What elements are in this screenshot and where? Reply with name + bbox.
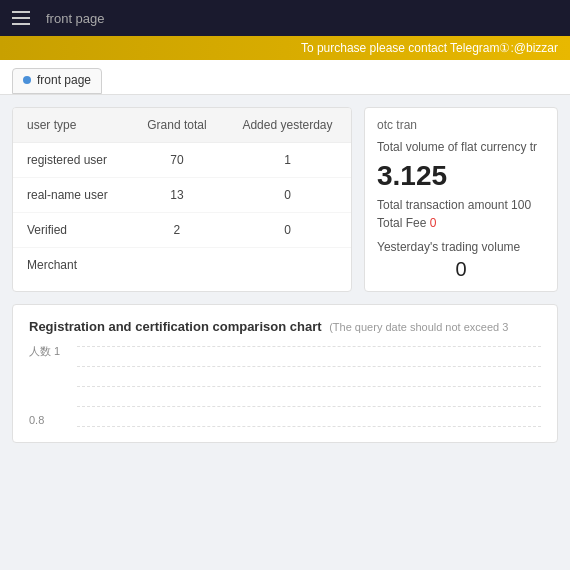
- chart-area: 人数 1 0.8: [29, 346, 541, 426]
- otc-yesterday-value: 0: [377, 258, 545, 281]
- table-row: Merchant: [13, 248, 351, 283]
- chart-subtitle: (The query date should not exceed 3: [329, 321, 508, 333]
- col-grand-total: Grand total: [130, 108, 224, 143]
- gridline-2: [77, 366, 541, 367]
- user-table: user type Grand total Added yesterday re…: [13, 108, 351, 282]
- cell-added-yesterday: [224, 248, 351, 283]
- gridline-1: [77, 346, 541, 347]
- hamburger-menu[interactable]: [12, 11, 30, 25]
- user-table-card: user type Grand total Added yesterday re…: [12, 107, 352, 292]
- cell-grand-total: 2: [130, 213, 224, 248]
- col-user-type: user type: [13, 108, 130, 143]
- chart-y-label-2: 0.8: [29, 415, 60, 426]
- otc-transaction-amount: Total transaction amount 100: [377, 198, 545, 212]
- cell-added-yesterday: 0: [224, 178, 351, 213]
- cell-added-yesterday: 1: [224, 143, 351, 178]
- chart-title: Registration and certification compariso…: [29, 319, 541, 334]
- gridline-4: [77, 406, 541, 407]
- cell-grand-total: 13: [130, 178, 224, 213]
- tab-label: front page: [37, 73, 91, 87]
- tab-dot: [23, 76, 31, 84]
- otc-title: otc tran: [377, 118, 545, 132]
- cell-user-type: real-name user: [13, 178, 130, 213]
- tab-front-page[interactable]: front page: [12, 68, 102, 94]
- cell-user-type: Verified: [13, 213, 130, 248]
- col-added-yesterday: Added yesterday: [224, 108, 351, 143]
- topbar: front page: [0, 0, 570, 36]
- cell-user-type: registered user: [13, 143, 130, 178]
- gridline-5: [77, 426, 541, 427]
- cell-grand-total: 70: [130, 143, 224, 178]
- cell-grand-total: [130, 248, 224, 283]
- table-row: registered user701: [13, 143, 351, 178]
- table-header-row: user type Grand total Added yesterday: [13, 108, 351, 143]
- chart-y-labels: 人数 1 0.8: [29, 346, 60, 426]
- topbar-title: front page: [46, 11, 105, 26]
- otc-card: otc tran Total volume of flat currency t…: [364, 107, 558, 292]
- otc-fee: Total Fee 0: [377, 216, 545, 230]
- gridline-3: [77, 386, 541, 387]
- chart-card: Registration and certification compariso…: [12, 304, 558, 443]
- cell-added-yesterday: 0: [224, 213, 351, 248]
- chart-plot: [77, 346, 541, 426]
- chart-y-label-1: 人数 1: [29, 346, 60, 357]
- main-content: user type Grand total Added yesterday re…: [0, 95, 570, 304]
- table-row: real-name user130: [13, 178, 351, 213]
- tab-row: front page: [0, 60, 570, 95]
- promo-banner: To purchase please contact Telegram①:@bi…: [0, 36, 570, 60]
- otc-yesterday-label: Yesterday's trading volume: [377, 240, 545, 254]
- table-row: Verified20: [13, 213, 351, 248]
- otc-volume-label: Total volume of flat currency tr: [377, 140, 545, 154]
- cell-user-type: Merchant: [13, 248, 130, 283]
- otc-volume-value: 3.125: [377, 160, 545, 192]
